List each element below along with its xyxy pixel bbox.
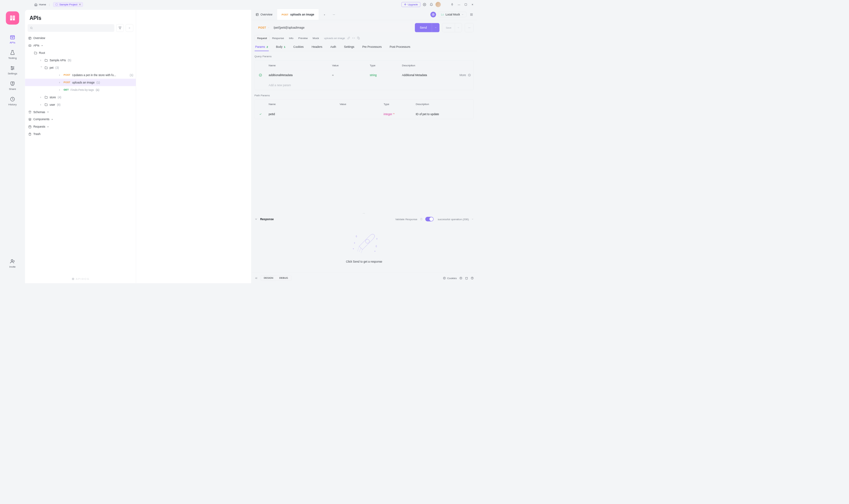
cookies-button[interactable]: Cookies — [443, 276, 457, 280]
copy-icon[interactable] — [357, 37, 360, 39]
rail-testing[interactable]: Testing — [0, 48, 25, 62]
rail-history[interactable]: History — [0, 94, 25, 108]
tab-active[interactable]: POST uploads an image — [277, 9, 319, 20]
pin-icon[interactable] — [449, 2, 455, 7]
sidebar-overview[interactable]: Overview — [25, 34, 136, 42]
search-input[interactable] — [28, 24, 114, 32]
mode-debug[interactable]: DEBUG — [276, 275, 291, 281]
minus-circle-icon[interactable] — [468, 73, 471, 76]
param-value[interactable]: = — [329, 73, 367, 77]
mode-segment[interactable]: DESIGN DEBUG — [261, 275, 291, 281]
qp-row[interactable]: additionalMetadata = string Additional M… — [254, 70, 474, 80]
pill-response[interactable]: Response — [270, 35, 287, 41]
requests-label: Requests — [33, 125, 46, 128]
pill-preview[interactable]: Preview — [296, 35, 310, 41]
collapse-icon[interactable] — [254, 217, 258, 220]
chevron-down-icon[interactable] — [472, 218, 474, 220]
upgrade-button[interactable]: Upgrade — [402, 2, 420, 7]
notifications-icon[interactable] — [429, 2, 434, 7]
param-type[interactable]: string — [367, 73, 400, 77]
rail-settings-label: Settings — [8, 72, 17, 75]
rail-invite[interactable]: Invite — [0, 256, 25, 271]
pill-request[interactable]: Request — [254, 35, 270, 41]
help-icon[interactable] — [471, 276, 474, 280]
itab-params[interactable]: Params2 — [254, 43, 269, 51]
sidebar-requests[interactable]: Requests — [25, 123, 136, 130]
panel-splitter[interactable]: ⋯ — [251, 212, 477, 214]
itab-cookies[interactable]: Cookies — [293, 43, 304, 51]
itab-pre[interactable]: Pre Processors — [361, 43, 382, 51]
env-selector[interactable]: Lo Local Mock — [438, 12, 467, 17]
sidebar-pet[interactable]: › pet (3) — [25, 64, 136, 71]
window-maximize-icon[interactable] — [463, 2, 468, 7]
code-icon[interactable] — [352, 37, 355, 39]
env-prefix: Lo — [441, 13, 444, 16]
sidebar-pet-item-1[interactable]: › POST uploads an image (1) — [25, 79, 136, 86]
itab-post[interactable]: Post Processors — [389, 43, 411, 51]
tab-more-button[interactable]: ⋯ — [330, 9, 338, 20]
qp-add-row[interactable]: Add a new param — [254, 80, 474, 90]
sidebar-apis-group[interactable]: 96 APIs — [25, 42, 136, 49]
request-more-button[interactable]: ⋯ — [465, 23, 474, 32]
sidebar-root[interactable]: Root — [25, 49, 136, 57]
settings-gear-icon[interactable] — [422, 2, 427, 7]
itab-auth[interactable]: Auth — [329, 43, 337, 51]
add-param-placeholder[interactable]: Add a new param — [266, 84, 329, 87]
send-button[interactable]: Send — [415, 23, 440, 32]
itab-headers[interactable]: Headers — [311, 43, 323, 51]
env-badge[interactable] — [430, 12, 436, 18]
close-tab-icon[interactable]: ✕ — [79, 3, 81, 6]
chevron-down-icon — [457, 26, 460, 29]
sidebar-store[interactable]: › store (4) — [25, 94, 136, 101]
pill-info[interactable]: Info — [287, 35, 296, 41]
param-type[interactable]: integer — [384, 112, 392, 116]
save-button[interactable]: Save — [442, 23, 462, 32]
param-name[interactable]: petId — [266, 112, 337, 116]
response-status[interactable]: successful operation (200) — [438, 217, 469, 220]
param-desc[interactable]: ID of pet to update — [413, 112, 474, 116]
upload-icon[interactable] — [459, 276, 462, 280]
link-icon[interactable] — [347, 37, 350, 39]
add-button[interactable] — [126, 24, 133, 32]
check-icon[interactable] — [254, 73, 266, 77]
window-minimize-icon[interactable]: — — [456, 2, 462, 7]
project-tab[interactable]: Sample Project ✕ — [53, 2, 83, 7]
url-bar[interactable]: POST /pet/{petId}/uploadImage — [254, 23, 412, 32]
sidebar-sample-apis[interactable]: › Sample APIs (5) — [25, 57, 136, 64]
delete-icon[interactable] — [465, 276, 468, 280]
mode-design[interactable]: DESIGN — [261, 275, 276, 281]
tab-overview[interactable]: Overview — [251, 9, 277, 20]
sidebar-schemas[interactable]: Schemas — [25, 108, 136, 115]
validate-toggle[interactable] — [425, 217, 434, 221]
more-menu-icon[interactable] — [468, 13, 475, 16]
collapse-panel-icon[interactable] — [254, 276, 258, 280]
rail-apis[interactable]: 96 APIs — [0, 32, 25, 47]
pp-row[interactable]: petId integer* ID of pet to update — [254, 109, 474, 119]
sidebar-user[interactable]: › user (8) — [25, 101, 136, 108]
param-more[interactable]: More — [459, 73, 466, 77]
save-options[interactable] — [455, 23, 462, 32]
sample-apis-count: (5) — [68, 58, 71, 62]
sidebar-trash[interactable]: Trash — [25, 130, 136, 138]
param-desc[interactable]: Additional Metadata — [400, 73, 451, 77]
pill-mock[interactable]: Mock — [310, 35, 321, 41]
url-path[interactable]: /pet/{petId}/uploadImage — [273, 26, 304, 29]
home-button[interactable]: Home — [33, 2, 48, 7]
sidebar-components[interactable]: Components — [25, 115, 136, 123]
filter-button[interactable] — [116, 24, 124, 32]
rail-settings[interactable]: Settings — [0, 63, 25, 77]
help-icon[interactable] — [420, 218, 423, 220]
sidebar-pet-item-0[interactable]: › POST Updates a pet in the store with f… — [25, 71, 136, 79]
check-icon[interactable] — [254, 113, 266, 115]
method-selector[interactable]: POST — [254, 23, 274, 32]
tab-add-button[interactable]: ＋ — [319, 9, 330, 20]
itab-settings[interactable]: Settings — [343, 43, 355, 51]
sidebar-pet-item-2[interactable]: › GET Finds Pets by tags (1) — [25, 86, 136, 94]
avatar[interactable] — [436, 2, 441, 7]
param-name[interactable]: additionalMetadata — [266, 73, 329, 77]
window-close-icon[interactable]: ✕ — [470, 2, 475, 7]
send-options[interactable] — [432, 23, 440, 32]
rail-share[interactable]: Share — [0, 79, 25, 93]
itab-body[interactable]: Body1 — [275, 43, 286, 51]
filter-icon — [119, 26, 122, 30]
